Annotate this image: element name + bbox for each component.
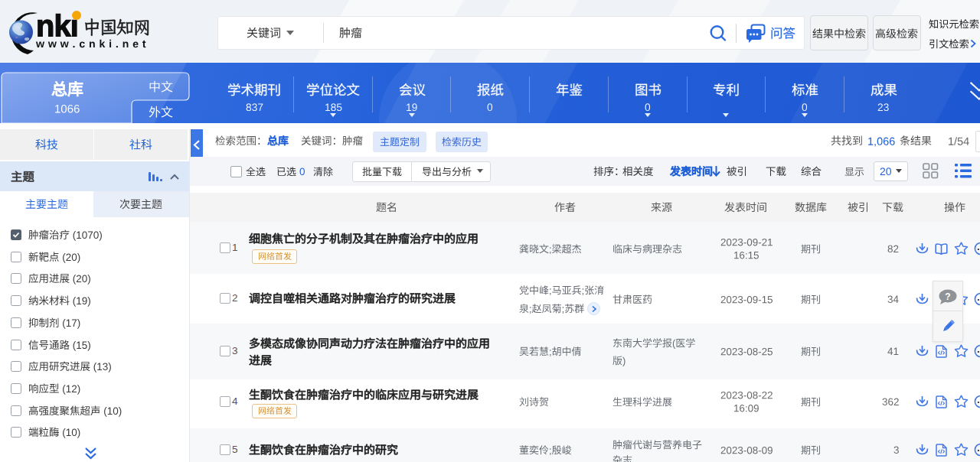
svg-text:?: ? — [945, 291, 950, 302]
